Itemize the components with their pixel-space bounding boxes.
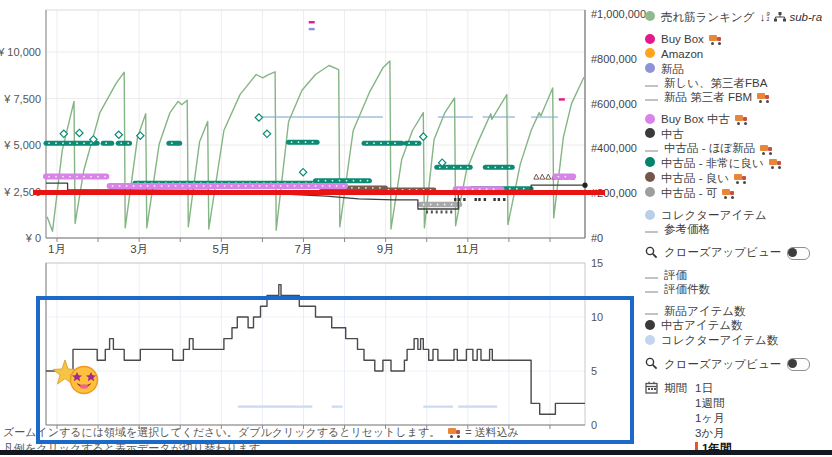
series-color-dot bbox=[645, 335, 655, 345]
legend-item-new-item-count[interactable]: 新品アイテム数 bbox=[645, 306, 831, 318]
legend-item-collectible-item-count[interactable]: コレクターアイテム数 bbox=[645, 335, 831, 348]
legend-label: クローズアップビュー bbox=[664, 359, 781, 371]
legend-item-used-acceptable[interactable]: 中古品 - 可 bbox=[645, 187, 831, 200]
series-dash-marker bbox=[645, 313, 658, 315]
legend-label: Buy Box bbox=[661, 34, 704, 46]
legend-label: 中古品 - 非常に良い bbox=[661, 158, 764, 170]
blue-selection-rectangle bbox=[36, 296, 634, 444]
period-option-1日[interactable]: 1日 bbox=[695, 381, 781, 396]
svg-text:¥ 5,000: ¥ 5,000 bbox=[3, 139, 41, 151]
legend-label: 評価件数 bbox=[664, 284, 710, 296]
series-color-dot bbox=[645, 48, 655, 58]
series-color-dot bbox=[645, 172, 655, 182]
legend-label: 売れ筋ランキング bbox=[661, 12, 755, 24]
closeup-toggle[interactable] bbox=[787, 358, 810, 371]
legend-label: 新品 bbox=[661, 64, 684, 76]
legend-label: 中古 bbox=[661, 129, 684, 141]
svg-text:1月: 1月 bbox=[48, 243, 66, 255]
series-color-dot bbox=[645, 187, 655, 197]
series-color-dot bbox=[645, 320, 655, 330]
legend-label: コレクターアイテム bbox=[661, 210, 767, 222]
truck-icon bbox=[769, 159, 783, 168]
svg-text:5月: 5月 bbox=[212, 243, 230, 255]
sort-numeric-icon: ↓91 bbox=[760, 12, 770, 24]
svg-text:#600,000: #600,000 bbox=[591, 98, 637, 110]
legend-item-review-count[interactable]: 評価件数 bbox=[645, 284, 831, 296]
svg-text:7月: 7月 bbox=[295, 243, 313, 255]
legend-item-buy-box-used[interactable]: Buy Box 中古 bbox=[645, 114, 831, 127]
truck-icon bbox=[709, 35, 723, 44]
period-option-1週間[interactable]: 1週間 bbox=[695, 396, 781, 411]
legend-item-sales-rank[interactable]: 売れ筋ランキング↓91sub-ra bbox=[645, 11, 831, 24]
svg-text:¥ 0: ¥ 0 bbox=[25, 232, 41, 244]
legend-item-used-very-good[interactable]: 中古品 - 非常に良い bbox=[645, 157, 831, 170]
legend-item-used[interactable]: 中古 bbox=[645, 128, 831, 141]
series-color-dot bbox=[645, 34, 655, 44]
truck-icon bbox=[735, 115, 749, 124]
series-color-dot bbox=[645, 157, 655, 167]
closeup-toggle[interactable] bbox=[787, 247, 810, 260]
svg-text:15: 15 bbox=[591, 257, 603, 269]
period-label: 期間 bbox=[664, 381, 687, 396]
period-options: 1日1週間1ヶ月3か月1年間全期間 (5322 日) bbox=[695, 381, 781, 457]
period-option-1ヶ月[interactable]: 1ヶ月 bbox=[695, 411, 781, 426]
sitemap-icon bbox=[774, 12, 786, 24]
chart-legend: 売れ筋ランキング↓91sub-raBuy BoxAmazon新品新しい、第三者F… bbox=[645, 11, 831, 457]
period-option-3か月[interactable]: 3か月 bbox=[695, 426, 781, 441]
legend-item-used-good[interactable]: 中古品 - 良い bbox=[645, 172, 831, 185]
keepa-price-chart-page: ¥ 0¥ 2,500¥ 5,000¥ 7,500¥ 10,000#0#200,0… bbox=[0, 0, 832, 457]
svg-text:¥ 7,500: ¥ 7,500 bbox=[3, 93, 41, 105]
legend-item-buy-box[interactable]: Buy Box bbox=[645, 34, 831, 47]
series-color-dot bbox=[645, 63, 655, 73]
legend-period: 期間1日1週間1ヶ月3か月1年間全期間 (5322 日) bbox=[645, 381, 831, 457]
legend-item-rating[interactable]: 評価 bbox=[645, 270, 831, 282]
truck-icon bbox=[722, 189, 736, 198]
svg-text:#1,000,000: #1,000,000 bbox=[591, 8, 646, 20]
series-dash-marker bbox=[645, 99, 658, 101]
legend-item-collectible[interactable]: コレクターアイテム bbox=[645, 210, 831, 223]
svg-text:9月: 9月 bbox=[377, 243, 395, 255]
legend-label: 中古品 - ほぼ新品 bbox=[664, 143, 755, 155]
legend-item-closeup-view-2[interactable]: クローズアップビュー bbox=[645, 357, 831, 372]
legend-item-new-3rd-party-fbm[interactable]: 新品 第三者 FBM bbox=[645, 92, 831, 104]
legend-label: 新品 第三者 FBM bbox=[664, 92, 752, 104]
series-color-dot bbox=[645, 210, 655, 220]
svg-text:¥ 10,000: ¥ 10,000 bbox=[0, 46, 41, 58]
truck-icon bbox=[734, 174, 748, 183]
legend-label: 評価 bbox=[664, 270, 687, 282]
truck-icon bbox=[757, 93, 771, 102]
legend-label: 参考価格 bbox=[664, 224, 710, 236]
series-color-dot bbox=[645, 11, 655, 21]
legend-item-amazon[interactable]: Amazon bbox=[645, 48, 831, 61]
legend-item-closeup-view-1[interactable]: クローズアップビュー bbox=[645, 246, 831, 261]
magnifier-icon bbox=[645, 246, 658, 259]
bottom-window-bar bbox=[0, 450, 832, 455]
legend-label: 新しい、第三者FBA bbox=[664, 78, 767, 90]
legend-item-list-price[interactable]: 参考価格 bbox=[645, 224, 831, 236]
legend-label: クローズアップビュー bbox=[664, 247, 781, 259]
truck-icon bbox=[760, 145, 774, 154]
legend-item-new[interactable]: 新品 bbox=[645, 63, 831, 76]
series-dash-marker bbox=[645, 277, 658, 279]
series-color-dot bbox=[645, 128, 655, 138]
legend-label: コレクターアイテム数 bbox=[661, 335, 778, 347]
legend-item-new-3rd-party-fba[interactable]: 新しい、第三者FBA bbox=[645, 78, 831, 90]
sub-rank-label: sub-ra bbox=[789, 12, 822, 24]
legend-label: Buy Box 中古 bbox=[661, 114, 730, 126]
legend-label: 中古アイテム数 bbox=[661, 320, 743, 332]
svg-text:11月: 11月 bbox=[456, 243, 479, 255]
svg-text:#800,000: #800,000 bbox=[591, 53, 637, 65]
series-dash-marker bbox=[645, 150, 658, 152]
legend-item-used-like-new[interactable]: 中古品 - ほぼ新品 bbox=[645, 143, 831, 155]
series-dash-marker bbox=[645, 85, 658, 87]
main-chart-plot-area[interactable] bbox=[46, 10, 585, 238]
legend-label: 中古品 - 良い bbox=[661, 173, 729, 185]
series-dash-marker bbox=[645, 231, 658, 233]
legend-label: 新品アイテム数 bbox=[664, 306, 746, 318]
legend-label: 中古品 - 可 bbox=[661, 188, 717, 200]
main-chart: ¥ 0¥ 2,500¥ 5,000¥ 7,500¥ 10,000#0#200,0… bbox=[0, 8, 646, 255]
legend-item-used-item-count[interactable]: 中古アイテム数 bbox=[645, 320, 831, 333]
series-dash-marker bbox=[645, 291, 658, 293]
svg-text:#0: #0 bbox=[591, 232, 603, 244]
legend-label: Amazon bbox=[661, 49, 703, 61]
